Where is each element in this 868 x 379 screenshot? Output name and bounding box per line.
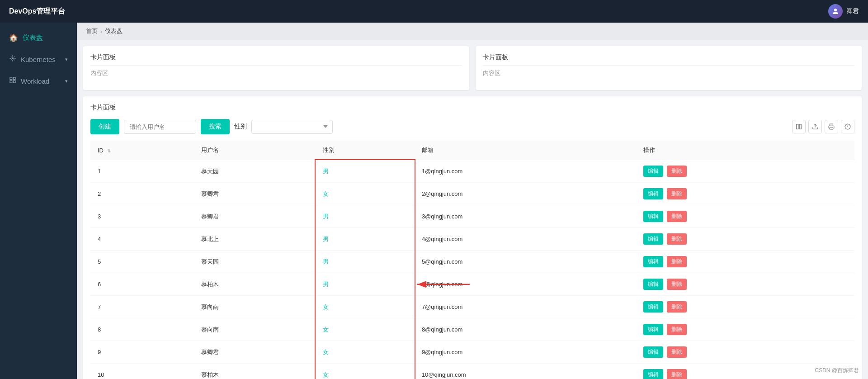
delete-button[interactable]: 删除 xyxy=(667,256,687,267)
cell-action: 编辑 删除 xyxy=(636,160,854,183)
cell-gender: 女 xyxy=(316,364,415,379)
breadcrumb-current: 仪表盘 xyxy=(105,27,123,35)
cell-username: 慕天园 xyxy=(194,251,315,273)
delete-button[interactable]: 删除 xyxy=(667,301,687,313)
table-header-row: ID ⇅ 用户名 性别 邮箱 操作 xyxy=(90,141,854,160)
cell-email: 4@qingjun.com xyxy=(415,228,637,251)
sidebar-item-label: Workload xyxy=(21,77,49,85)
cell-email: 9@qingjun.com xyxy=(415,341,637,364)
sidebar-item-label: 仪表盘 xyxy=(23,33,43,42)
delete-button[interactable]: 删除 xyxy=(667,346,687,358)
data-table: ID ⇅ 用户名 性别 邮箱 操作 1 慕天园 男 1@qin xyxy=(90,141,854,379)
table-wrapper: ID ⇅ 用户名 性别 邮箱 操作 1 慕天园 男 1@qin xyxy=(90,141,854,379)
data-card: 卡片面板 创建 搜索 性别 xyxy=(83,96,862,379)
svg-rect-4 xyxy=(10,81,12,83)
delete-button[interactable]: 删除 xyxy=(667,211,687,222)
print-icon-btn[interactable] xyxy=(825,120,838,133)
cell-action: 编辑 删除 xyxy=(636,364,854,379)
cell-action: 编辑 删除 xyxy=(636,296,854,318)
edit-button[interactable]: 编辑 xyxy=(643,256,663,267)
home-icon: 🏠 xyxy=(9,33,18,42)
breadcrumb: 首页 › 仪表盘 xyxy=(77,23,868,40)
search-input[interactable] xyxy=(124,120,196,134)
cell-username: 慕天园 xyxy=(194,160,315,183)
cell-gender: 女 xyxy=(316,296,415,318)
delete-button[interactable]: 删除 xyxy=(667,324,687,335)
workload-icon xyxy=(9,76,16,85)
chevron-down-icon: ▾ xyxy=(65,57,68,62)
col-username: 用户名 xyxy=(194,141,315,160)
gender-filter-select[interactable] xyxy=(251,120,333,134)
sidebar-item-kubernetes[interactable]: Kubernetes ▾ xyxy=(0,48,77,70)
svg-rect-3 xyxy=(13,77,15,80)
cell-action: 编辑 删除 xyxy=(636,251,854,273)
edit-button[interactable]: 编辑 xyxy=(643,324,663,335)
cell-action: 编辑 删除 xyxy=(636,205,854,228)
cell-gender: 女 xyxy=(316,183,415,205)
cell-id: 10 xyxy=(90,364,194,379)
svg-point-1 xyxy=(12,57,14,59)
cell-username: 慕柏木 xyxy=(194,364,315,379)
table-row: 1 慕天园 男 1@qingjun.com 编辑 删除 xyxy=(90,160,854,183)
delete-button[interactable]: 删除 xyxy=(667,369,687,379)
svg-rect-5 xyxy=(13,81,15,83)
card-1: 卡片面板 内容区 xyxy=(83,46,469,90)
edit-button[interactable]: 编辑 xyxy=(643,301,663,313)
breadcrumb-home[interactable]: 首页 xyxy=(86,27,98,35)
filter-label: 性别 xyxy=(234,123,247,131)
cell-id: 3 xyxy=(90,205,194,228)
avatar xyxy=(828,4,843,19)
cell-username: 慕北上 xyxy=(194,228,315,251)
edit-button[interactable]: 编辑 xyxy=(643,166,663,177)
col-gender: 性别 xyxy=(316,141,415,160)
create-button[interactable]: 创建 xyxy=(90,119,119,134)
columns-icon-btn[interactable] xyxy=(792,120,806,133)
cell-email: 7@qingjun.com xyxy=(415,296,637,318)
cell-gender: 女 xyxy=(316,341,415,364)
cell-id: 4 xyxy=(90,228,194,251)
svg-rect-6 xyxy=(797,124,798,129)
chevron-down-icon: ▾ xyxy=(65,78,68,84)
col-id: ID ⇅ xyxy=(90,141,194,160)
table-row: 4 慕北上 男 4@qingjun.com 编辑 删除 xyxy=(90,228,854,251)
page-content: 卡片面板 内容区 卡片面板 内容区 卡片面板 创建 搜索 性别 xyxy=(77,40,868,379)
delete-button[interactable]: 删除 xyxy=(667,233,687,245)
cell-id: 6 xyxy=(90,273,194,296)
kubernetes-icon xyxy=(9,55,16,64)
search-button[interactable]: 搜索 xyxy=(201,119,230,134)
edit-button[interactable]: 编辑 xyxy=(643,188,663,199)
table-row: 8 慕向南 女 8@qingjun.com 编辑 删除 xyxy=(90,318,854,341)
cell-id: 2 xyxy=(90,183,194,205)
cell-action: 编辑 删除 xyxy=(636,318,854,341)
edit-button[interactable]: 编辑 xyxy=(643,279,663,290)
toolbar: 创建 搜索 性别 xyxy=(90,119,854,134)
col-email: 邮箱 xyxy=(415,141,637,160)
cell-username: 慕柏木 xyxy=(194,273,315,296)
table-row: 10 慕柏木 女 10@qingjun.com 编辑 删除 xyxy=(90,364,854,379)
cell-email: 2@qingjun.com xyxy=(415,183,637,205)
cell-gender: 男 xyxy=(316,228,415,251)
delete-button[interactable]: 删除 xyxy=(667,166,687,177)
cell-email: 5@qingjun.com xyxy=(415,251,637,273)
info-icon-btn[interactable] xyxy=(841,120,854,133)
cell-username: 慕卿君 xyxy=(194,341,315,364)
table-row: 2 慕卿君 女 2@qingjun.com 编辑 删除 xyxy=(90,183,854,205)
cell-username: 慕向南 xyxy=(194,296,315,318)
delete-button[interactable]: 删除 xyxy=(667,188,687,199)
cell-email: 6@qingjun.com xyxy=(415,273,637,296)
edit-button[interactable]: 编辑 xyxy=(643,369,663,379)
table-row: 5 慕天园 男 5@qingjun.com 编辑 删除 xyxy=(90,251,854,273)
edit-button[interactable]: 编辑 xyxy=(643,233,663,245)
table-row: 6 慕柏木 男 6@qingjun.com 编辑 删除 xyxy=(90,273,854,296)
delete-button[interactable]: 删除 xyxy=(667,279,687,290)
export-icon-btn[interactable] xyxy=(808,120,822,133)
cell-gender: 男 xyxy=(316,205,415,228)
top-cards-row: 卡片面板 内容区 卡片面板 内容区 xyxy=(83,46,862,90)
cell-email: 10@qingjun.com xyxy=(415,364,637,379)
sidebar-item-workload[interactable]: Workload ▾ xyxy=(0,70,77,92)
sidebar-item-dashboard[interactable]: 🏠 仪表盘 xyxy=(0,27,77,48)
cell-gender: 男 xyxy=(316,251,415,273)
edit-button[interactable]: 编辑 xyxy=(643,346,663,358)
edit-button[interactable]: 编辑 xyxy=(643,211,663,222)
cell-action: 编辑 删除 xyxy=(636,341,854,364)
